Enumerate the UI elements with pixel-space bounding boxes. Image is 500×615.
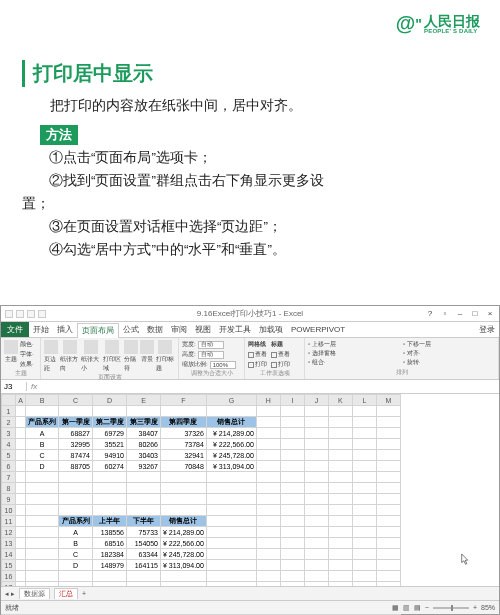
cell[interactable]: 138556 [93,527,127,538]
cell[interactable] [16,527,26,538]
arrange-button[interactable]: ▫ 上移一层 [308,340,400,349]
close-button[interactable]: × [483,309,497,319]
cell[interactable] [93,472,127,483]
row-header[interactable]: 5 [2,450,16,461]
cell[interactable] [280,571,304,582]
cell[interactable] [26,483,59,494]
cell[interactable] [328,439,352,450]
cell[interactable] [16,505,26,516]
sheet-tab[interactable]: 汇总 [54,588,78,599]
cell[interactable]: 70848 [161,461,207,472]
themes-button[interactable]: 主题 [4,340,18,369]
cell[interactable] [376,505,400,516]
cell[interactable] [26,538,59,549]
cell[interactable] [352,560,376,571]
cell[interactable] [127,494,161,505]
cell[interactable] [304,461,328,472]
row-header[interactable]: 16 [2,571,16,582]
cell[interactable] [93,483,127,494]
cell[interactable] [280,549,304,560]
arrange-button[interactable]: ▫ 对齐· [403,349,495,358]
cell[interactable] [304,516,328,527]
ribbon-tab[interactable]: 公式 [119,322,143,337]
cell[interactable] [256,516,280,527]
cell[interactable]: 35521 [93,439,127,450]
ribbon-tab[interactable]: 页面布局 [77,323,119,338]
col-header[interactable]: F [161,395,207,406]
cell[interactable]: 80266 [127,439,161,450]
ribbon-opts-button[interactable]: ▫ [438,309,452,319]
cell[interactable] [376,406,400,417]
ribbon-tab[interactable]: 插入 [53,322,77,337]
cell[interactable] [352,461,376,472]
row-header[interactable]: 7 [2,472,16,483]
cell[interactable] [161,472,207,483]
new-sheet-button[interactable]: + [82,590,86,597]
cell[interactable] [304,494,328,505]
cell[interactable]: 产品系列 [59,516,93,527]
cell[interactable] [26,494,59,505]
cell[interactable] [59,494,93,505]
cell[interactable]: 69729 [93,428,127,439]
ribbon-tab[interactable]: 视图 [191,322,215,337]
cell[interactable]: 销售总计 [161,516,207,527]
cell[interactable]: D [26,461,59,472]
cell[interactable] [256,406,280,417]
cell[interactable]: 产品系列 [26,417,59,428]
cell[interactable]: 87474 [59,450,93,461]
cell[interactable] [304,549,328,560]
ribbon-tab[interactable]: 开始 [29,322,53,337]
fonts-button[interactable]: 字体· [20,350,34,359]
cell[interactable] [376,417,400,428]
cell[interactable]: ¥ 214,289.00 [161,527,207,538]
cell[interactable] [256,483,280,494]
cell[interactable] [376,461,400,472]
quick-access-toolbar[interactable] [5,310,46,318]
col-header[interactable]: E [127,395,161,406]
cell[interactable] [328,406,352,417]
cell[interactable] [304,538,328,549]
cell[interactable] [256,527,280,538]
row-header[interactable]: 9 [2,494,16,505]
cell[interactable] [280,527,304,538]
cell[interactable]: 68827 [59,428,93,439]
cell[interactable] [16,406,26,417]
cell[interactable] [328,527,352,538]
cell[interactable]: 164115 [127,560,161,571]
cell[interactable] [206,560,256,571]
cell[interactable] [352,472,376,483]
cell[interactable]: C [59,549,93,560]
cell[interactable] [376,516,400,527]
cell[interactable] [16,494,26,505]
cell[interactable] [256,417,280,428]
cell[interactable] [16,428,26,439]
cell[interactable] [16,461,26,472]
cell[interactable] [304,483,328,494]
cell[interactable]: B [26,439,59,450]
zoom-percent[interactable]: 85% [481,604,495,611]
print-checkbox[interactable]: 打印 [248,360,267,369]
cell[interactable] [280,494,304,505]
cell[interactable] [59,472,93,483]
cell[interactable] [59,571,93,582]
cell[interactable] [352,483,376,494]
cell[interactable] [256,450,280,461]
cell[interactable] [280,428,304,439]
cell[interactable]: 63344 [127,549,161,560]
col-header[interactable]: I [280,395,304,406]
cell[interactable] [59,483,93,494]
cell[interactable] [206,494,256,505]
scale-row[interactable]: 高度:自动 [182,350,241,359]
cell[interactable] [352,516,376,527]
ribbon-tab[interactable]: POWERPIVOT [287,322,349,337]
ribbon-tab[interactable]: 数据 [143,322,167,337]
cell[interactable] [376,538,400,549]
cell[interactable] [328,549,352,560]
cell[interactable] [256,428,280,439]
cell[interactable] [26,516,59,527]
cell[interactable] [256,560,280,571]
cell[interactable] [304,571,328,582]
cell[interactable]: 93267 [127,461,161,472]
row-header[interactable]: 14 [2,549,16,560]
cell[interactable]: 73784 [161,439,207,450]
